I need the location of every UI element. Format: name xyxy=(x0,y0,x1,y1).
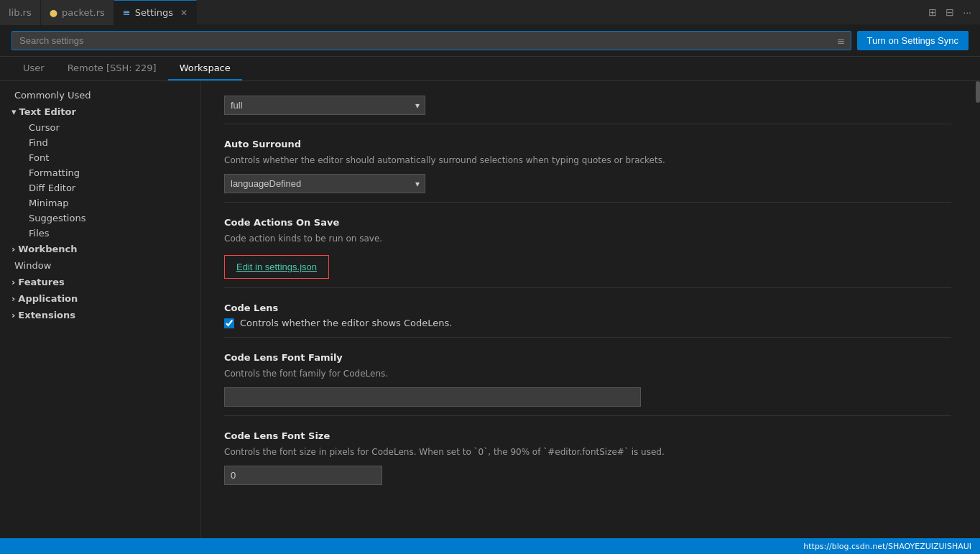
sidebar-item-text-editor[interactable]: ▾ Text Editor xyxy=(0,103,200,120)
edit-in-settings-link[interactable]: Edit in settings.json xyxy=(236,262,317,272)
setting-auto-surround: Auto Surround Controls whether the edito… xyxy=(224,124,951,203)
sidebar-item-diff-editor[interactable]: Diff Editor xyxy=(0,180,200,195)
sidebar-item-window-label: Window xyxy=(14,260,51,271)
tab-actions: ⊞ ⊟ ··· xyxy=(925,4,980,21)
auto-surround-title: Auto Surround xyxy=(224,139,951,149)
tab-settings[interactable]: ≡ Settings ✕ xyxy=(114,0,197,25)
sidebar-item-find[interactable]: Find xyxy=(0,135,200,150)
code-lens-font-size-title: Code Lens Font Size xyxy=(224,430,951,441)
tab-packet-icon: ● xyxy=(50,7,57,18)
split-editor-button[interactable]: ⊟ xyxy=(943,4,957,21)
sync-button[interactable]: Turn on Settings Sync xyxy=(857,31,969,50)
tab-lib-label: lib.rs xyxy=(9,7,32,18)
workbench-chevron: › xyxy=(11,244,15,254)
tab-remote[interactable]: Remote [SSH: 229] xyxy=(56,57,168,80)
sidebar-item-extensions-label: Extensions xyxy=(18,310,75,320)
sidebar-item-commonly-used[interactable]: Commonly Used xyxy=(0,87,200,103)
search-clear-icon[interactable]: ≡ xyxy=(837,35,846,47)
main-layout: Commonly Used ▾ Text Editor Cursor Find … xyxy=(0,81,980,538)
code-actions-title: Code Actions On Save xyxy=(224,217,951,228)
open-editors-button[interactable]: ⊞ xyxy=(925,4,940,21)
code-lens-font-family-title: Code Lens Font Family xyxy=(224,352,951,363)
sidebar-item-extensions[interactable]: › Extensions xyxy=(0,307,200,323)
setting-code-lens: Code Lens Controls whether the editor sh… xyxy=(224,288,951,338)
word-wrap-select-wrapper: off on wordWrapColumn full xyxy=(224,96,425,115)
sidebar-item-workbench-label: Workbench xyxy=(18,244,77,254)
tab-workspace[interactable]: Workspace xyxy=(168,57,242,80)
extensions-chevron: › xyxy=(11,310,15,320)
code-lens-checkbox[interactable] xyxy=(224,318,234,328)
tab-settings-close[interactable]: ✕ xyxy=(180,9,188,17)
features-chevron: › xyxy=(11,277,15,287)
setting-code-lens-font-family: Code Lens Font Family Controls the font … xyxy=(224,338,951,416)
auto-surround-select[interactable]: languageDefined quotes brackets never xyxy=(224,174,425,193)
tab-packet-label: packet.rs xyxy=(62,7,105,18)
setting-code-lens-font-size: Code Lens Font Size Controls the font si… xyxy=(224,416,951,494)
text-editor-chevron: ▾ xyxy=(11,106,17,117)
edit-in-settings-box: Edit in settings.json xyxy=(224,255,329,279)
scroll-thumb xyxy=(976,81,980,103)
sidebar-item-cursor[interactable]: Cursor xyxy=(0,120,200,135)
sidebar-item-suggestions[interactable]: Suggestions xyxy=(0,211,200,226)
sidebar-item-features[interactable]: › Features xyxy=(0,274,200,290)
sidebar-item-font[interactable]: Font xyxy=(0,150,200,165)
tab-bar: lib.rs ● packet.rs ≡ Settings ✕ ⊞ ⊟ ··· xyxy=(0,0,980,25)
tab-settings-icon: ≡ xyxy=(123,7,131,18)
search-input-wrapper: ≡ xyxy=(11,31,851,50)
sidebar-item-text-editor-label: Text Editor xyxy=(19,106,76,117)
code-lens-font-family-input[interactable] xyxy=(224,387,641,407)
code-lens-checkbox-label: Controls whether the editor shows CodeLe… xyxy=(240,318,452,328)
application-chevron: › xyxy=(11,293,15,304)
sidebar-item-files[interactable]: Files xyxy=(0,226,200,241)
more-actions-button[interactable]: ··· xyxy=(960,4,974,21)
auto-surround-description: Controls whether the editor should autom… xyxy=(224,154,951,167)
tab-user[interactable]: User xyxy=(11,57,56,80)
setting-code-actions-on-save: Code Actions On Save Code action kinds t… xyxy=(224,203,951,288)
sidebar-item-minimap[interactable]: Minimap xyxy=(0,195,200,211)
code-lens-checkbox-row: Controls whether the editor shows CodeLe… xyxy=(224,318,951,328)
search-input[interactable] xyxy=(11,31,851,50)
code-lens-font-family-description: Controls the font family for CodeLens. xyxy=(224,367,951,380)
sidebar-item-features-label: Features xyxy=(18,277,64,287)
search-bar-container: ≡ Turn on Settings Sync xyxy=(0,25,980,57)
tab-packet[interactable]: ● packet.rs xyxy=(41,0,114,25)
scrollbar[interactable] xyxy=(974,81,980,538)
sidebar-item-application[interactable]: › Application xyxy=(0,290,200,307)
setting-word-wrap: off on wordWrapColumn full xyxy=(224,81,951,124)
sidebar-item-formatting[interactable]: Formatting xyxy=(0,165,200,180)
tab-lib[interactable]: lib.rs xyxy=(0,0,41,25)
sidebar-item-workbench[interactable]: › Workbench xyxy=(0,241,200,257)
sidebar-item-commonly-used-label: Commonly Used xyxy=(14,90,91,101)
code-lens-font-size-input[interactable] xyxy=(224,466,382,485)
word-wrap-select[interactable]: off on wordWrapColumn full xyxy=(224,96,425,115)
settings-tabs: User Remote [SSH: 229] Workspace xyxy=(0,57,980,81)
code-lens-title: Code Lens xyxy=(224,303,951,313)
status-bar: https://blog.csdn.net/SHAOYEZUIZUISHAUI xyxy=(0,538,980,554)
code-actions-description: Code action kinds to be run on save. xyxy=(224,232,951,245)
sidebar-item-window[interactable]: Window xyxy=(0,257,200,274)
auto-surround-select-wrapper: languageDefined quotes brackets never xyxy=(224,174,425,193)
status-bar-text: https://blog.csdn.net/SHAOYEZUIZUISHAUI xyxy=(803,542,971,551)
sidebar: Commonly Used ▾ Text Editor Cursor Find … xyxy=(0,81,201,538)
tab-settings-label: Settings xyxy=(135,7,173,18)
content-area: off on wordWrapColumn full Auto Surround… xyxy=(201,81,974,538)
sidebar-item-application-label: Application xyxy=(18,293,78,304)
code-lens-font-size-description: Controls the font size in pixels for Cod… xyxy=(224,445,951,458)
